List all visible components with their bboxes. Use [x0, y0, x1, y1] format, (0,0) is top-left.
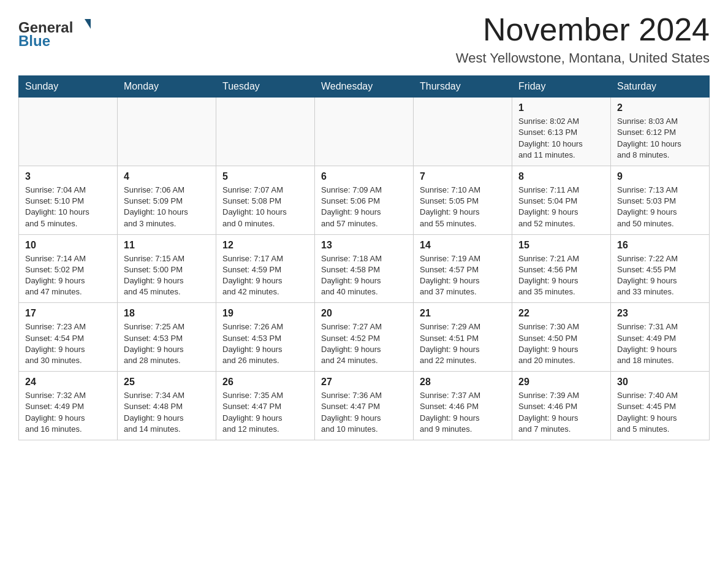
day-info: Sunrise: 7:30 AMSunset: 4:50 PMDaylight:… [518, 321, 604, 366]
calendar-cell: 17Sunrise: 7:23 AMSunset: 4:54 PMDayligh… [19, 303, 118, 372]
weekday-header-saturday: Saturday [611, 76, 710, 98]
calendar-cell: 26Sunrise: 7:35 AMSunset: 4:47 PMDayligh… [216, 372, 315, 440]
calendar-cell: 1Sunrise: 8:02 AMSunset: 6:13 PMDaylight… [512, 98, 611, 166]
day-number: 28 [420, 377, 506, 388]
day-info: Sunrise: 7:14 AMSunset: 5:02 PMDaylight:… [25, 253, 111, 298]
day-number: 10 [25, 240, 111, 251]
calendar-cell [118, 98, 216, 166]
calendar-cell: 2Sunrise: 8:03 AMSunset: 6:12 PMDaylight… [611, 98, 710, 166]
day-number: 3 [25, 171, 111, 182]
day-info: Sunrise: 8:02 AMSunset: 6:13 PMDaylight:… [518, 116, 604, 161]
day-number: 8 [518, 171, 604, 182]
day-info: Sunrise: 7:15 AMSunset: 5:00 PMDaylight:… [124, 253, 210, 298]
day-number: 15 [518, 240, 604, 251]
day-info: Sunrise: 7:23 AMSunset: 4:54 PMDaylight:… [25, 321, 111, 366]
day-info: Sunrise: 7:11 AMSunset: 5:04 PMDaylight:… [518, 185, 604, 229]
day-number: 22 [518, 308, 604, 319]
day-number: 21 [420, 308, 506, 319]
day-info: Sunrise: 7:17 AMSunset: 4:59 PMDaylight:… [222, 253, 308, 298]
day-info: Sunrise: 8:03 AMSunset: 6:12 PMDaylight:… [617, 116, 703, 161]
svg-marker-1 [85, 19, 91, 29]
calendar-cell [216, 98, 315, 166]
day-info: Sunrise: 7:07 AMSunset: 5:08 PMDaylight:… [222, 185, 308, 229]
day-number: 26 [222, 377, 308, 388]
calendar-table: SundayMondayTuesdayWednesdayThursdayFrid… [18, 75, 710, 440]
week-row-4: 17Sunrise: 7:23 AMSunset: 4:54 PMDayligh… [19, 303, 710, 372]
calendar-cell: 5Sunrise: 7:07 AMSunset: 5:08 PMDaylight… [216, 166, 315, 234]
weekday-header-friday: Friday [512, 76, 611, 98]
calendar-cell: 11Sunrise: 7:15 AMSunset: 5:00 PMDayligh… [118, 234, 216, 303]
day-number: 6 [321, 171, 407, 182]
day-info: Sunrise: 7:10 AMSunset: 5:05 PMDaylight:… [420, 185, 506, 229]
weekday-header-row: SundayMondayTuesdayWednesdayThursdayFrid… [19, 76, 710, 98]
calendar-cell [19, 98, 118, 166]
day-info: Sunrise: 7:27 AMSunset: 4:52 PMDaylight:… [321, 321, 407, 366]
calendar-cell: 10Sunrise: 7:14 AMSunset: 5:02 PMDayligh… [19, 234, 118, 303]
day-number: 11 [124, 240, 210, 251]
calendar-cell: 14Sunrise: 7:19 AMSunset: 4:57 PMDayligh… [414, 234, 512, 303]
logo-svg: General Blue [18, 15, 98, 49]
title-area: November 2024 West Yellowstone, Montana,… [456, 12, 710, 66]
day-number: 12 [222, 240, 308, 251]
calendar-cell: 4Sunrise: 7:06 AMSunset: 5:09 PMDaylight… [118, 166, 216, 234]
day-number: 24 [25, 377, 111, 388]
week-row-2: 3Sunrise: 7:04 AMSunset: 5:10 PMDaylight… [19, 166, 710, 234]
day-info: Sunrise: 7:06 AMSunset: 5:09 PMDaylight:… [124, 185, 210, 229]
day-number: 17 [25, 308, 111, 319]
day-info: Sunrise: 7:35 AMSunset: 4:47 PMDaylight:… [222, 390, 308, 435]
month-title: November 2024 [456, 12, 710, 47]
day-info: Sunrise: 7:25 AMSunset: 4:53 PMDaylight:… [124, 321, 210, 366]
calendar-cell: 24Sunrise: 7:32 AMSunset: 4:49 PMDayligh… [19, 372, 118, 440]
calendar-cell: 13Sunrise: 7:18 AMSunset: 4:58 PMDayligh… [315, 234, 414, 303]
weekday-header-thursday: Thursday [414, 76, 512, 98]
day-number: 19 [222, 308, 308, 319]
day-number: 27 [321, 377, 407, 388]
day-info: Sunrise: 7:09 AMSunset: 5:06 PMDaylight:… [321, 185, 407, 229]
day-number: 14 [420, 240, 506, 251]
day-info: Sunrise: 7:22 AMSunset: 4:55 PMDaylight:… [617, 253, 703, 298]
weekday-header-tuesday: Tuesday [216, 76, 315, 98]
day-number: 16 [617, 240, 703, 251]
day-info: Sunrise: 7:21 AMSunset: 4:56 PMDaylight:… [518, 253, 604, 298]
day-info: Sunrise: 7:19 AMSunset: 4:57 PMDaylight:… [420, 253, 506, 298]
calendar-cell: 28Sunrise: 7:37 AMSunset: 4:46 PMDayligh… [414, 372, 512, 440]
day-number: 7 [420, 171, 506, 182]
calendar-cell [414, 98, 512, 166]
day-info: Sunrise: 7:04 AMSunset: 5:10 PMDaylight:… [25, 185, 111, 229]
calendar-cell: 20Sunrise: 7:27 AMSunset: 4:52 PMDayligh… [315, 303, 414, 372]
day-number: 9 [617, 171, 703, 182]
calendar-cell: 15Sunrise: 7:21 AMSunset: 4:56 PMDayligh… [512, 234, 611, 303]
calendar-cell: 22Sunrise: 7:30 AMSunset: 4:50 PMDayligh… [512, 303, 611, 372]
day-info: Sunrise: 7:36 AMSunset: 4:47 PMDaylight:… [321, 390, 407, 435]
day-number: 2 [617, 102, 703, 113]
day-info: Sunrise: 7:40 AMSunset: 4:45 PMDaylight:… [617, 390, 703, 435]
day-number: 4 [124, 171, 210, 182]
day-info: Sunrise: 7:37 AMSunset: 4:46 PMDaylight:… [420, 390, 506, 435]
calendar-cell: 19Sunrise: 7:26 AMSunset: 4:53 PMDayligh… [216, 303, 315, 372]
day-number: 20 [321, 308, 407, 319]
svg-text:Blue: Blue [18, 33, 50, 49]
calendar-cell: 21Sunrise: 7:29 AMSunset: 4:51 PMDayligh… [414, 303, 512, 372]
day-info: Sunrise: 7:39 AMSunset: 4:46 PMDaylight:… [518, 390, 604, 435]
calendar-cell: 29Sunrise: 7:39 AMSunset: 4:46 PMDayligh… [512, 372, 611, 440]
week-row-5: 24Sunrise: 7:32 AMSunset: 4:49 PMDayligh… [19, 372, 710, 440]
calendar-cell: 12Sunrise: 7:17 AMSunset: 4:59 PMDayligh… [216, 234, 315, 303]
weekday-header-wednesday: Wednesday [315, 76, 414, 98]
day-info: Sunrise: 7:26 AMSunset: 4:53 PMDaylight:… [222, 321, 308, 366]
calendar-cell: 3Sunrise: 7:04 AMSunset: 5:10 PMDaylight… [19, 166, 118, 234]
calendar-cell: 9Sunrise: 7:13 AMSunset: 5:03 PMDaylight… [611, 166, 710, 234]
calendar-cell: 16Sunrise: 7:22 AMSunset: 4:55 PMDayligh… [611, 234, 710, 303]
calendar-cell: 30Sunrise: 7:40 AMSunset: 4:45 PMDayligh… [611, 372, 710, 440]
day-info: Sunrise: 7:18 AMSunset: 4:58 PMDaylight:… [321, 253, 407, 298]
day-number: 25 [124, 377, 210, 388]
page-header: General Blue November 2024 West Yellowst… [18, 12, 710, 66]
day-info: Sunrise: 7:31 AMSunset: 4:49 PMDaylight:… [617, 321, 703, 366]
calendar-cell: 23Sunrise: 7:31 AMSunset: 4:49 PMDayligh… [611, 303, 710, 372]
calendar-cell [315, 98, 414, 166]
day-number: 13 [321, 240, 407, 251]
weekday-header-monday: Monday [118, 76, 216, 98]
calendar-cell: 25Sunrise: 7:34 AMSunset: 4:48 PMDayligh… [118, 372, 216, 440]
day-number: 29 [518, 377, 604, 388]
calendar-cell: 6Sunrise: 7:09 AMSunset: 5:06 PMDaylight… [315, 166, 414, 234]
day-number: 5 [222, 171, 308, 182]
